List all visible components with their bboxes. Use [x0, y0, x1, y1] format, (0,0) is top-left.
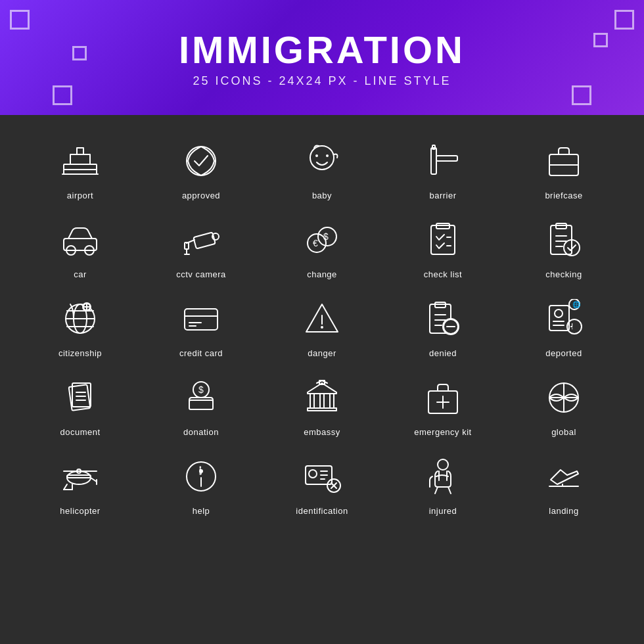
- svg-rect-0: [64, 164, 97, 170]
- svg-text:€: €: [313, 238, 318, 248]
- page-subtitle: 25 ICONS - 24X24 PX - LINE STYLE: [193, 74, 451, 88]
- svg-point-6: [187, 147, 216, 175]
- injured-icon: [420, 453, 466, 499]
- svg-point-111: [438, 459, 448, 470]
- icon-item-deported: ! 🌐 deported: [503, 286, 624, 365]
- svg-point-62: [555, 310, 563, 317]
- icon-item-airport: airport: [20, 128, 141, 207]
- svg-point-52: [321, 326, 323, 329]
- identification-label: identification: [296, 506, 348, 516]
- checking-label: checking: [545, 269, 582, 279]
- approved-label: approved: [182, 191, 220, 200]
- corner-decoration-tl: [10, 10, 30, 30]
- icon-item-injured: injured: [382, 444, 503, 522]
- icon-item-help: i help: [141, 444, 262, 522]
- svg-rect-47: [185, 309, 218, 330]
- danger-icon: [299, 296, 345, 342]
- airport-icon: [57, 138, 103, 184]
- corner-decoration-bl: [53, 85, 72, 105]
- icon-item-emergency-kit: emergency kit: [382, 365, 503, 444]
- icon-item-briefcase: briefcase: [503, 128, 624, 207]
- check-list-icon: [420, 217, 466, 263]
- document-label: document: [60, 427, 100, 437]
- embassy-icon: [299, 375, 345, 421]
- icon-item-helicopter: helicopter: [20, 444, 141, 522]
- icon-item-identification: identification: [262, 444, 382, 522]
- landing-label: landing: [549, 506, 578, 516]
- icon-item-credit-card: credit card: [141, 286, 262, 365]
- briefcase-icon: [541, 138, 587, 184]
- helicopter-icon: [57, 453, 103, 499]
- svg-point-7: [310, 146, 334, 170]
- barrier-label: barrier: [429, 191, 456, 200]
- help-label: help: [193, 506, 210, 516]
- checking-icon: [541, 217, 587, 263]
- helicopter-label: helicopter: [60, 506, 100, 516]
- icon-item-donation: $ donation: [141, 365, 262, 444]
- deported-icon: ! 🌐: [541, 296, 587, 342]
- landing-icon: [541, 453, 587, 499]
- header: IMMIGRATION 25 ICONS - 24X24 PX - LINE S…: [0, 0, 644, 115]
- document-icon: [57, 375, 103, 421]
- svg-text:🌐: 🌐: [572, 300, 581, 309]
- donation-icon: $: [178, 375, 224, 421]
- help-icon: i: [178, 453, 224, 499]
- icon-item-landing: landing: [503, 444, 624, 522]
- cctv-camera-label: cctv camera: [176, 269, 226, 279]
- svg-rect-79: [320, 394, 324, 408]
- page-title: IMMIGRATION: [179, 28, 465, 72]
- svg-rect-80: [330, 394, 334, 408]
- citizenship-label: citizenship: [58, 348, 102, 358]
- briefcase-label: briefcase: [545, 191, 582, 200]
- approved-icon: [178, 138, 224, 184]
- cctv-camera-icon: [178, 217, 224, 263]
- corner-decoration-tr2: [593, 33, 608, 47]
- identification-icon: [299, 453, 345, 499]
- barrier-icon: [420, 138, 466, 184]
- credit-card-icon: [178, 296, 224, 342]
- icon-item-document: document: [20, 365, 141, 444]
- icon-item-global: global: [503, 365, 624, 444]
- svg-line-95: [64, 484, 67, 490]
- icon-item-denied: denied: [382, 286, 503, 365]
- emergency-kit-label: emergency kit: [414, 427, 471, 437]
- svg-point-104: [309, 470, 317, 478]
- svg-point-9: [326, 154, 329, 157]
- icon-item-cctv-camera: cctv camera: [141, 207, 262, 286]
- svg-rect-77: [189, 400, 213, 409]
- corner-decoration-br: [572, 85, 591, 105]
- embassy-label: embassy: [304, 427, 340, 437]
- baby-label: baby: [312, 191, 332, 200]
- icon-item-danger: danger: [262, 286, 382, 365]
- denied-icon: [420, 296, 466, 342]
- icon-item-barrier: barrier: [382, 128, 503, 207]
- global-label: global: [551, 427, 576, 437]
- svg-rect-1: [70, 154, 90, 164]
- global-icon: [541, 375, 587, 421]
- svg-rect-78: [310, 394, 314, 408]
- icons-grid: airport approved baby: [0, 115, 644, 536]
- airport-label: airport: [67, 191, 93, 200]
- svg-rect-15: [64, 239, 97, 250]
- injured-label: injured: [429, 506, 457, 516]
- denied-label: denied: [429, 348, 457, 358]
- svg-text:i: i: [199, 465, 202, 476]
- emergency-kit-icon: [420, 375, 466, 421]
- icon-item-citizenship: citizenship: [20, 286, 141, 365]
- svg-text:$: $: [198, 384, 204, 395]
- donation-label: donation: [183, 427, 219, 437]
- danger-label: danger: [308, 348, 336, 358]
- svg-line-93: [91, 478, 97, 482]
- change-icon: € $: [299, 217, 345, 263]
- svg-text:$: $: [323, 231, 329, 242]
- car-icon: [57, 217, 103, 263]
- icon-item-approved: approved: [141, 128, 262, 207]
- icon-item-car: car: [20, 207, 141, 286]
- deported-label: deported: [545, 348, 582, 358]
- svg-text:!: !: [571, 322, 573, 331]
- svg-rect-90: [67, 475, 91, 478]
- svg-rect-81: [308, 408, 336, 411]
- icon-item-checking: checking: [503, 207, 624, 286]
- svg-rect-28: [431, 225, 455, 254]
- icon-item-baby: baby: [262, 128, 382, 207]
